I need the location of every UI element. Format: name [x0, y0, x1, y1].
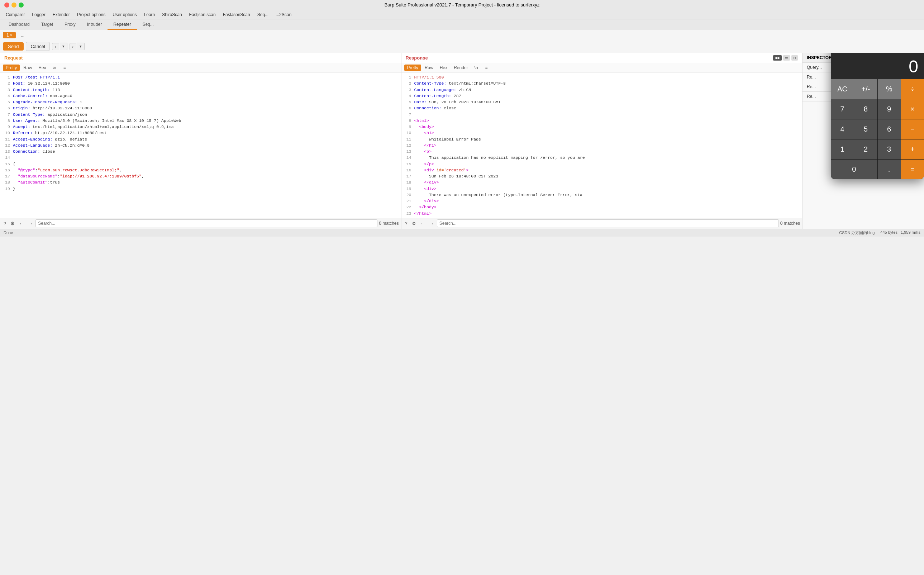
send-button[interactable]: Send — [3, 42, 24, 51]
response-line-5: 5Date: Sun, 26 Feb 2023 10:48:00 GMT — [404, 99, 800, 105]
calc-minus-button[interactable]: − — [901, 119, 924, 139]
response-code-area[interactable]: 1HTTP/1.1 500 2Content-Type: text/html;c… — [402, 73, 802, 218]
main-tab-repeater[interactable]: Repeater — [108, 19, 137, 30]
window-controls[interactable] — [4, 3, 24, 8]
request-search-input[interactable] — [35, 219, 378, 227]
request-line-16: 16 "@type":"Lcom.sun.rowset.JdbcRowSetIm… — [3, 167, 398, 173]
request-line-15: 15{ — [3, 161, 398, 167]
calc-9-button[interactable]: 9 — [878, 99, 901, 119]
inspector-section-re3-label: Re... — [807, 94, 816, 99]
menu-item-fastjson-scan[interactable]: Fastjson scan — [186, 11, 219, 18]
response-line-7: 7 — [404, 111, 800, 118]
response-help-icon[interactable]: ? — [403, 220, 409, 227]
response-line-15: 15 </p> — [404, 161, 800, 167]
calc-sign-button[interactable]: +/- — [854, 79, 877, 99]
response-settings-icon[interactable]: ⚙ — [410, 220, 418, 227]
main-tab-seq...[interactable]: Seq... — [137, 19, 159, 30]
request-tab-hex[interactable]: Hex — [35, 65, 49, 71]
request-tab-pretty[interactable]: Pretty — [3, 65, 20, 71]
request-menu-icon[interactable]: ≡ — [61, 65, 68, 71]
calculator-buttons: AC +/- % ÷ 7 8 9 × 4 5 6 − 1 2 3 + 0 . = — [831, 79, 924, 179]
calc-8-button[interactable]: 8 — [854, 99, 877, 119]
response-line-12: 12 </h1> — [404, 142, 800, 148]
request-tab-newline[interactable]: \n — [50, 65, 59, 71]
calc-percent-button[interactable]: % — [878, 79, 901, 99]
response-tab-render[interactable]: Render — [451, 65, 471, 71]
response-tab-newline[interactable]: \n — [472, 65, 481, 71]
response-line-4: 4Content-Length: 287 — [404, 93, 800, 99]
calc-4-button[interactable]: 4 — [831, 119, 854, 139]
request-line-18: 18 "autoCommit":true — [3, 179, 398, 185]
response-tab-raw[interactable]: Raw — [422, 65, 436, 71]
request-help-icon[interactable]: ? — [2, 220, 8, 227]
response-menu-icon[interactable]: ≡ — [483, 65, 490, 71]
calc-5-button[interactable]: 5 — [854, 119, 877, 139]
calc-2-button[interactable]: 2 — [854, 140, 877, 159]
response-line-2: 2Content-Type: text/html;charset=UTF-8 — [404, 80, 800, 86]
menu-item-user-options[interactable]: User options — [110, 11, 140, 18]
response-line-23: 23</html> — [404, 210, 800, 216]
nav-back-dropdown[interactable]: ▾ — [60, 43, 67, 50]
request-line-3: 3Content-Length: 113 — [3, 87, 398, 93]
status-bar-left: Done — [3, 230, 13, 235]
nav-back-button[interactable]: ‹ — [52, 43, 59, 50]
response-search-input[interactable] — [437, 219, 779, 227]
main-tab-proxy[interactable]: Proxy — [59, 19, 81, 30]
menu-item-fastjsonscan[interactable]: FastJsonScan — [220, 11, 253, 18]
toolbar: Send Cancel ‹ ▾ › ▾ — [0, 40, 924, 53]
close-button[interactable] — [4, 3, 10, 8]
status-bar: Done CSDN 办方国内blog 445 bytes | 1,959 mil… — [0, 229, 924, 237]
request-search-bar: ? ⚙ ← → 0 matches — [0, 218, 401, 229]
maximize-button[interactable] — [19, 3, 24, 8]
menu-item-learn[interactable]: Learn — [141, 11, 158, 18]
repeater-tab-close-1[interactable]: × — [9, 33, 12, 37]
main-tab-intruder[interactable]: Intruder — [81, 19, 108, 30]
menu-item-extender[interactable]: Extender — [50, 11, 73, 18]
request-settings-icon[interactable]: ⚙ — [9, 220, 16, 227]
request-tab-raw[interactable]: Raw — [21, 65, 35, 71]
view-split-btn[interactable]: ■■ — [773, 55, 782, 60]
calc-plus-button[interactable]: + — [901, 140, 924, 159]
response-line-9: 9 <body> — [404, 124, 800, 130]
calc-decimal-button[interactable]: . — [878, 159, 901, 179]
nav-fwd-dropdown[interactable]: ▾ — [77, 43, 84, 50]
response-line-14: 14 This application has no explicit mapp… — [404, 154, 800, 160]
response-search-back-icon[interactable]: ← — [419, 220, 427, 227]
response-tab-hex[interactable]: Hex — [437, 65, 450, 71]
request-search-fwd-icon[interactable]: → — [27, 220, 34, 227]
calc-0-button[interactable]: 0 — [831, 159, 877, 179]
nav-fwd-button[interactable]: › — [70, 43, 77, 50]
menu-item-logger[interactable]: Logger — [29, 11, 48, 18]
main-tab-dashboard[interactable]: Dashboard — [3, 19, 35, 30]
response-tab-pretty[interactable]: Pretty — [404, 65, 421, 71]
minimize-button[interactable] — [11, 3, 16, 8]
response-matches-label: 0 matches — [780, 221, 800, 226]
repeater-tab-1[interactable]: 1 × — [3, 32, 16, 38]
menu-item-comparer[interactable]: Comparer — [3, 11, 28, 18]
calc-3-button[interactable]: 3 — [878, 140, 901, 159]
calc-multiply-button[interactable]: × — [901, 99, 924, 119]
request-search-back-icon[interactable]: ← — [17, 220, 25, 227]
repeater-tab-...[interactable]: ... — [17, 32, 28, 38]
request-line-1: 1POST /test HTTP/1.1 — [3, 74, 398, 80]
calc-ac-button[interactable]: AC — [831, 79, 854, 99]
menu-item-project-options[interactable]: Project options — [74, 11, 108, 18]
request-code-area[interactable]: 1POST /test HTTP/1.1 2Host: 10.32.124.11… — [0, 73, 401, 218]
calc-equals-button[interactable]: = — [901, 159, 924, 179]
menu-item-seq...[interactable]: Seq... — [254, 11, 271, 18]
menu-item-shiroscan[interactable]: ShiroScan — [159, 11, 184, 18]
view-horizontal-btn[interactable]: ═ — [783, 55, 790, 60]
calc-6-button[interactable]: 6 — [878, 119, 901, 139]
inspector-section-query-label: Query... — [807, 65, 822, 70]
response-search-fwd-icon[interactable]: → — [428, 220, 435, 227]
response-line-19: 19 <div> — [404, 186, 800, 192]
status-bar-right: CSDN 办方国内blog 445 bytes | 1,959 millis — [839, 230, 921, 235]
calc-7-button[interactable]: 7 — [831, 99, 854, 119]
calc-1-button[interactable]: 1 — [831, 140, 854, 159]
response-line-22: 22 </body> — [404, 204, 800, 210]
calc-divide-button[interactable]: ÷ — [901, 79, 924, 99]
cancel-button[interactable]: Cancel — [26, 42, 49, 51]
menu-item-...2scan[interactable]: ...2Scan — [273, 11, 294, 18]
view-single-btn[interactable]: □ — [791, 55, 798, 60]
main-tab-target[interactable]: Target — [35, 19, 59, 30]
